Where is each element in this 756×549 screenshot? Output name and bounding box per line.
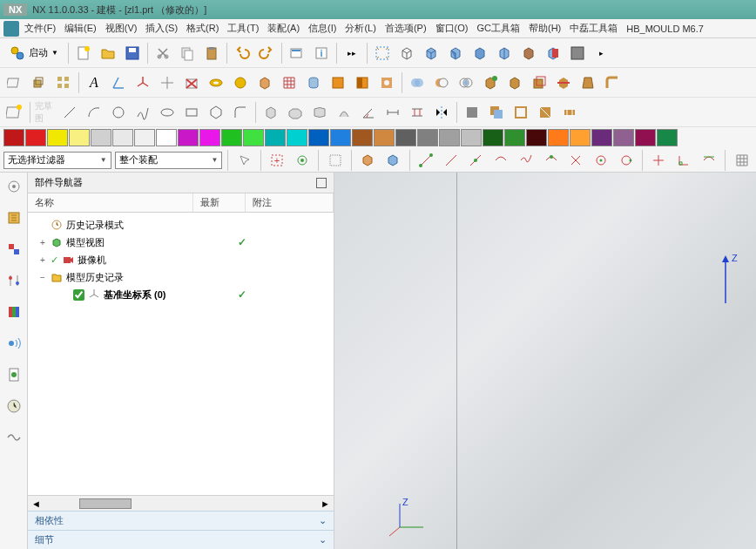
undo-button[interactable] bbox=[231, 42, 253, 64]
color-swatch[interactable] bbox=[526, 129, 547, 146]
menu-analyze[interactable]: 分析(L) bbox=[341, 20, 379, 37]
section-button[interactable] bbox=[542, 42, 564, 64]
snap-cube1[interactable] bbox=[357, 149, 379, 172]
layer-btn4[interactable] bbox=[534, 101, 557, 124]
col-latest[interactable]: 最新 bbox=[193, 193, 246, 212]
draft-button[interactable] bbox=[577, 71, 599, 94]
edge-blend-button[interactable] bbox=[601, 71, 624, 94]
constraint-button[interactable] bbox=[406, 101, 429, 124]
menu-format[interactable]: 格式(R) bbox=[183, 20, 222, 37]
snap-cube2[interactable] bbox=[382, 149, 404, 172]
extrude-button[interactable] bbox=[28, 71, 51, 94]
snap-circ1[interactable] bbox=[591, 149, 612, 172]
filter-combo[interactable]: 无选择过滤器▼ bbox=[3, 152, 111, 169]
sidebar-constraint[interactable] bbox=[3, 270, 24, 291]
snap-pt4[interactable] bbox=[490, 149, 512, 172]
cylinder-button[interactable] bbox=[302, 71, 325, 94]
menu-zh[interactable]: 中磊工具箱 bbox=[566, 20, 621, 37]
color-swatch[interactable] bbox=[461, 129, 482, 146]
block-iso-button[interactable] bbox=[253, 71, 276, 94]
layer-btn5[interactable] bbox=[558, 101, 581, 124]
line-button[interactable] bbox=[58, 101, 81, 124]
menu-window[interactable]: 窗口(O) bbox=[432, 20, 472, 37]
snap-cross[interactable] bbox=[648, 149, 670, 172]
sidebar-nav[interactable] bbox=[3, 207, 24, 228]
polygon-button[interactable] bbox=[205, 101, 227, 124]
snap-pt7[interactable] bbox=[565, 149, 587, 172]
body1-button[interactable] bbox=[260, 101, 282, 124]
sel3-button[interactable] bbox=[292, 149, 314, 172]
snap-circ2[interactable] bbox=[615, 149, 637, 172]
cmd-finder-button[interactable] bbox=[286, 42, 308, 64]
layer-btn2[interactable] bbox=[485, 101, 508, 124]
fillet-button[interactable] bbox=[229, 101, 252, 124]
color-swatch[interactable] bbox=[112, 129, 133, 146]
tree-row-model-views[interactable]: + 模型视图 ✓ bbox=[28, 234, 334, 251]
col-notes[interactable]: 附注 bbox=[246, 193, 334, 212]
layer-btn3[interactable] bbox=[510, 101, 532, 124]
zoom-button[interactable] bbox=[395, 42, 418, 64]
color-swatch[interactable] bbox=[287, 129, 307, 146]
sidebar-assembly[interactable] bbox=[3, 239, 24, 260]
tree-row-cameras[interactable]: + ✓ 摄像机 bbox=[28, 251, 334, 268]
color-swatch[interactable] bbox=[570, 129, 591, 146]
torus-button[interactable] bbox=[205, 71, 227, 94]
copy-button[interactable] bbox=[176, 42, 199, 64]
dim-button[interactable] bbox=[381, 101, 404, 124]
snap-pt3[interactable] bbox=[465, 149, 487, 172]
menu-assembly[interactable]: 装配(A) bbox=[264, 20, 303, 37]
mirror-curve-button[interactable] bbox=[430, 101, 453, 124]
tree-row-datum-csys[interactable]: 基准坐标系 (0) ✓ bbox=[28, 286, 334, 303]
menu-hb[interactable]: HB_MOULD M6.7 bbox=[623, 22, 707, 36]
open-button[interactable] bbox=[97, 42, 119, 64]
sel1-button[interactable] bbox=[233, 149, 255, 172]
save-button[interactable] bbox=[121, 42, 144, 64]
body4-button[interactable] bbox=[333, 101, 355, 124]
snap-pt2[interactable] bbox=[440, 149, 462, 172]
hole-button[interactable] bbox=[375, 71, 398, 94]
sidebar-history[interactable] bbox=[3, 396, 24, 417]
sphere-button[interactable] bbox=[229, 71, 252, 94]
redo-button[interactable] bbox=[255, 42, 278, 64]
start-button[interactable]: 启动 ▼ bbox=[3, 42, 64, 64]
tree-row-model-history[interactable]: − 模型历史记录 bbox=[28, 268, 334, 286]
axis-button[interactable] bbox=[107, 71, 130, 94]
color-swatch[interactable] bbox=[134, 129, 155, 146]
angle-button[interactable] bbox=[357, 101, 380, 124]
box-orange-button[interactable] bbox=[327, 71, 349, 94]
pin-icon[interactable] bbox=[316, 178, 327, 188]
menu-help[interactable]: 帮助(H) bbox=[525, 20, 564, 37]
color-swatch[interactable] bbox=[199, 129, 220, 146]
color-swatch[interactable] bbox=[548, 129, 569, 146]
rect-button[interactable] bbox=[180, 101, 203, 124]
iso1-button[interactable] bbox=[420, 42, 442, 64]
start-app-icon[interactable] bbox=[3, 21, 19, 37]
point-button[interactable] bbox=[156, 71, 179, 94]
color-swatch[interactable] bbox=[657, 129, 678, 146]
unite-button[interactable] bbox=[406, 71, 429, 94]
color-swatch[interactable] bbox=[591, 129, 612, 146]
color-swatch[interactable] bbox=[330, 129, 351, 146]
menu-insert[interactable]: 插入(S) bbox=[142, 20, 181, 37]
mesh-button[interactable] bbox=[278, 71, 300, 94]
iso4-button[interactable] bbox=[493, 42, 516, 64]
paste-button[interactable] bbox=[200, 42, 223, 64]
iso3-button[interactable] bbox=[469, 42, 491, 64]
body3-button[interactable] bbox=[308, 101, 331, 124]
more2-button[interactable]: ▸ bbox=[591, 42, 613, 64]
snap-pt5[interactable] bbox=[515, 149, 537, 172]
iso2-button[interactable] bbox=[444, 42, 467, 64]
accordion-details[interactable]: 细节 ⌄ bbox=[28, 530, 334, 549]
render-button[interactable] bbox=[517, 42, 540, 64]
menu-info[interactable]: 信息(I) bbox=[305, 20, 340, 37]
color-swatch[interactable] bbox=[221, 129, 242, 146]
subtract-button[interactable] bbox=[430, 71, 453, 94]
color-swatch[interactable] bbox=[69, 129, 90, 146]
text-button[interactable]: A bbox=[83, 71, 105, 94]
h-scrollbar[interactable]: ◄► bbox=[28, 495, 334, 511]
menu-file[interactable]: 文件(F) bbox=[21, 20, 59, 37]
sel2-button[interactable]: + bbox=[267, 149, 288, 172]
color-swatch[interactable] bbox=[308, 129, 329, 146]
intersect-button[interactable] bbox=[455, 71, 477, 94]
box-half-button[interactable] bbox=[351, 71, 374, 94]
